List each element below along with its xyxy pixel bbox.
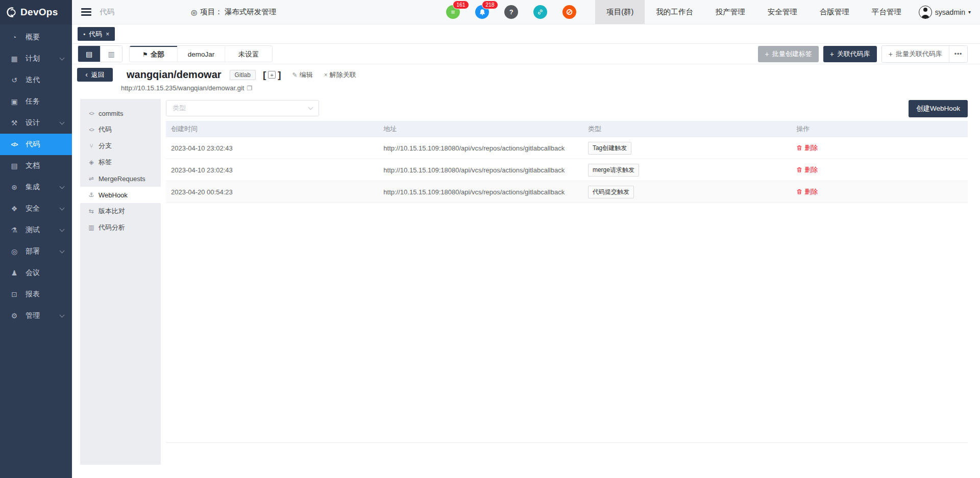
monitor-icon: ⊡ <box>9 290 19 298</box>
cell-created: 2023-04-10 23:02:43 <box>166 144 378 152</box>
sidebar-item-test[interactable]: ⚗测试 <box>0 219 72 241</box>
chevron-down-icon <box>60 227 65 232</box>
sidebar-item-deploy[interactable]: ◎部署 <box>0 241 72 262</box>
tab-all[interactable]: ⚑ 全部 <box>130 46 177 62</box>
batch-link-group: + 批量关联代码库 ••• <box>881 45 968 63</box>
menu-item-code[interactable]: <>代码 <box>80 121 161 138</box>
create-webhook-button[interactable]: 创建WebHook <box>909 100 968 117</box>
nav-item-production[interactable]: 投产管理 <box>704 0 756 24</box>
tab-demojar[interactable]: demoJar <box>177 46 225 62</box>
webhook-panel: 类型 创建WebHook 创建时间 地址 类型 操作 2023-04-10 23… <box>161 95 980 478</box>
sidebar-item-overview[interactable]: ◔概要 <box>0 27 72 48</box>
pin-icon: ⚑ <box>142 51 148 58</box>
sidebar-item-meeting[interactable]: ♟会议 <box>0 262 72 284</box>
sidebar-item-iteration[interactable]: ↺迭代 <box>0 69 72 91</box>
flask-icon: ⚗ <box>9 226 19 234</box>
refresh-icon: ↺ <box>9 76 19 84</box>
back-button[interactable]: ‹ 返回 <box>77 68 113 82</box>
sidebar-item-design[interactable]: ⚒设计 <box>0 112 72 134</box>
close-icon[interactable]: × <box>106 31 109 38</box>
nav-item-platform-admin[interactable]: 平台管理 <box>861 0 913 24</box>
menu-item-version-compare[interactable]: ⇆版本比对 <box>80 203 161 219</box>
view-toggle: ▤ ▥ <box>78 45 122 62</box>
sidebar-item-report[interactable]: ⊡报表 <box>0 284 72 305</box>
toolbar-actions: + 批量创建标签 + 关联代码库 + 批量关联代码库 ••• <box>758 45 968 63</box>
branch-icon: ⑂ <box>87 142 95 149</box>
nav-item-security-admin[interactable]: 安全管理 <box>756 0 808 24</box>
sidebar-item-integration[interactable]: ⊛集成 <box>0 177 72 198</box>
menu-item-merge-requests[interactable]: ⇌MergeRequests <box>80 170 161 187</box>
code-icon: <> <box>87 127 95 133</box>
nav-item-workbench[interactable]: 我的工作台 <box>645 0 704 24</box>
menu-item-commits[interactable]: <>commits <box>80 105 161 121</box>
col-actions: 操作 <box>791 124 968 134</box>
badge-count: 161 <box>453 1 469 9</box>
link-repo-button[interactable]: + 关联代码库 <box>823 46 877 62</box>
filter-row: 类型 创建WebHook <box>166 100 968 117</box>
sidebar-menu: ◔概要 ▦计划 ↺迭代 ▣任务 ⚒设计 </>代码 ▤文档 ⊛集成 ❖安全 ⚗测… <box>0 24 72 326</box>
table-row: 2023-04-20 00:54:23 http://10.15.15.109:… <box>166 181 968 203</box>
bell-icon[interactable]: 218 <box>475 5 489 19</box>
list-view-button[interactable]: ▤ <box>78 46 100 62</box>
unlink-link[interactable]: × 解除关联 <box>324 70 356 80</box>
main: 代码 ◎ 项目： 瀑布式研发管理 ≡ 161 218 ? <box>72 0 980 478</box>
menu-item-code-analysis[interactable]: ▥代码分析 <box>80 219 161 236</box>
batch-link-repo-button[interactable]: + 批量关联代码库 <box>882 46 949 62</box>
tab-unset[interactable]: 未设置 <box>225 46 272 62</box>
logo[interactable]: DevOps <box>0 0 72 24</box>
share-link-icon[interactable] <box>533 5 547 19</box>
open-tabs-bar: ● 代码 × <box>72 24 980 44</box>
chevron-down-icon <box>308 105 313 110</box>
close-icon: × <box>324 71 328 79</box>
menu-item-webhook[interactable]: ⚓WebHook <box>80 187 161 203</box>
nav-item-projects[interactable]: 项目(群) <box>595 0 645 24</box>
bell-glyph <box>479 9 486 16</box>
sidebar-item-security[interactable]: ❖安全 <box>0 198 72 219</box>
type-filter-select[interactable]: 类型 <box>166 100 319 116</box>
ellipsis-icon: ••• <box>954 51 963 58</box>
user-menu[interactable]: sysadmin ▾ <box>913 6 980 19</box>
repo-tabs: ⚑ 全部 demoJar 未设置 <box>129 45 273 62</box>
help-icon[interactable]: ? <box>504 5 518 19</box>
sidebar-item-admin[interactable]: ⚙管理 <box>0 305 72 326</box>
people-icon: ♟ <box>9 269 19 277</box>
col-created: 创建时间 <box>166 124 378 134</box>
copy-icon[interactable]: ❐ <box>247 85 252 92</box>
merge-icon: ⇌ <box>87 175 95 182</box>
batch-create-tag-button[interactable]: + 批量创建标签 <box>758 46 818 62</box>
chevron-down-icon <box>60 206 65 211</box>
delete-button[interactable]: 删除 <box>796 165 818 174</box>
devops-logo-icon <box>6 7 17 18</box>
sidebar-item-task[interactable]: ▣任务 <box>0 91 72 112</box>
type-badge: 代码提交触发 <box>588 186 634 198</box>
menu-item-tags[interactable]: ◈标签 <box>80 154 161 170</box>
tag-icon: ◈ <box>87 159 95 166</box>
globe-icon: ⊛ <box>9 183 19 191</box>
delete-button[interactable]: 删除 <box>796 187 818 196</box>
more-actions-button[interactable]: ••• <box>949 46 967 62</box>
shield-icon: ❖ <box>9 205 19 213</box>
nav-item-version-admin[interactable]: 合版管理 <box>808 0 861 24</box>
tab-chip-code[interactable]: ● 代码 × <box>78 27 115 41</box>
back-arrow-icon: ‹ <box>85 70 88 79</box>
repo-side-menu: <>commits <>代码 ⑂分支 ◈标签 ⇌MergeRequests ⚓W… <box>80 99 161 465</box>
type-badge: Tag创建触发 <box>588 142 631 155</box>
edit-link[interactable]: ✎ 编辑 <box>292 70 313 80</box>
folder-icon: ▣ <box>9 97 19 106</box>
sidebar-item-plan[interactable]: ▦计划 <box>0 48 72 69</box>
sidebar-item-docs[interactable]: ▤文档 <box>0 155 72 177</box>
delete-button[interactable]: 删除 <box>796 143 818 153</box>
report-doc-icon[interactable]: ≡ 161 <box>446 5 460 19</box>
col-type: 类型 <box>583 124 791 134</box>
forbidden-icon[interactable]: ⊘ <box>562 5 576 19</box>
plus-icon: + <box>765 50 769 58</box>
add-scope-button[interactable]: + <box>268 71 276 79</box>
hook-icon: ⚓ <box>87 191 95 198</box>
sidebar-item-code[interactable]: </>代码 <box>0 134 72 155</box>
repo-scope-brackets: [ + ] <box>263 69 281 81</box>
menu-item-branches[interactable]: ⑂分支 <box>80 138 161 154</box>
repo-name: wangqian/demowar <box>127 69 222 81</box>
hamburger-menu-icon[interactable] <box>81 7 91 18</box>
gauge-icon: ◔ <box>9 33 19 41</box>
card-view-button[interactable]: ▥ <box>100 46 122 62</box>
